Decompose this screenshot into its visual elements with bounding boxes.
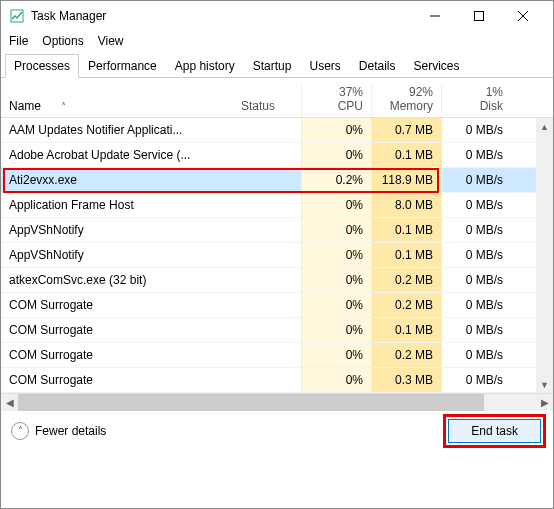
process-memory: 0.3 MB <box>371 368 441 392</box>
end-task-button[interactable]: End task <box>448 419 541 443</box>
col-name[interactable]: ˄ Name <box>1 99 241 117</box>
process-memory: 0.2 MB <box>371 268 441 292</box>
process-disk: 0 MB/s <box>441 368 511 392</box>
process-cpu: 0% <box>301 243 371 267</box>
process-table: AAM Updates Notifier Applicati...0%0.7 M… <box>1 118 553 393</box>
process-row[interactable]: AppVShNotify0%0.1 MB0 MB/s <box>1 243 553 268</box>
process-cpu: 0% <box>301 368 371 392</box>
horizontal-scrollbar[interactable]: ◀ ▶ <box>1 393 553 410</box>
process-name: AAM Updates Notifier Applicati... <box>1 123 301 137</box>
window-title: Task Manager <box>31 9 106 23</box>
process-disk: 0 MB/s <box>441 143 511 167</box>
process-memory: 0.1 MB <box>371 243 441 267</box>
tab-startup[interactable]: Startup <box>244 54 301 78</box>
col-memory[interactable]: 92% Memory <box>371 85 441 117</box>
process-name: Ati2evxx.exe <box>1 173 301 187</box>
tabbar: ProcessesPerformanceApp historyStartupUs… <box>1 53 553 78</box>
titlebar: Task Manager <box>1 1 553 31</box>
process-name: COM Surrogate <box>1 348 301 362</box>
process-cpu: 0% <box>301 268 371 292</box>
process-disk: 0 MB/s <box>441 118 511 142</box>
vertical-scrollbar[interactable]: ▲ ▼ <box>536 118 553 393</box>
process-name: AppVShNotify <box>1 223 301 237</box>
maximize-button[interactable] <box>457 1 501 31</box>
process-name: Adobe Acrobat Update Service (... <box>1 148 301 162</box>
process-cpu: 0% <box>301 218 371 242</box>
scroll-down-icon[interactable]: ▼ <box>536 376 553 393</box>
process-memory: 0.2 MB <box>371 343 441 367</box>
process-disk: 0 MB/s <box>441 168 511 192</box>
col-cpu[interactable]: 37% CPU <box>301 85 371 117</box>
chevron-up-icon: ˄ <box>11 422 29 440</box>
process-disk: 0 MB/s <box>441 343 511 367</box>
fewer-details-toggle[interactable]: ˄ Fewer details <box>11 422 106 440</box>
minimize-button[interactable] <box>413 1 457 31</box>
col-name-label: Name <box>9 99 41 113</box>
process-name: atkexComSvc.exe (32 bit) <box>1 273 301 287</box>
process-cpu: 0% <box>301 293 371 317</box>
menu-options[interactable]: Options <box>42 34 83 48</box>
menubar: File Options View <box>1 31 553 51</box>
process-row[interactable]: AppVShNotify0%0.1 MB0 MB/s <box>1 218 553 243</box>
process-row[interactable]: COM Surrogate0%0.2 MB0 MB/s <box>1 293 553 318</box>
tab-performance[interactable]: Performance <box>79 54 166 78</box>
scroll-right-icon[interactable]: ▶ <box>536 394 553 411</box>
process-memory: 0.1 MB <box>371 143 441 167</box>
process-disk: 0 MB/s <box>441 318 511 342</box>
scroll-left-icon[interactable]: ◀ <box>1 394 18 411</box>
process-cpu: 0% <box>301 118 371 142</box>
process-cpu: 0% <box>301 343 371 367</box>
svg-rect-2 <box>475 12 484 21</box>
tab-services[interactable]: Services <box>405 54 469 78</box>
process-cpu: 0.2% <box>301 168 371 192</box>
process-disk: 0 MB/s <box>441 243 511 267</box>
process-row[interactable]: COM Surrogate0%0.2 MB0 MB/s <box>1 343 553 368</box>
process-row[interactable]: Application Frame Host0%8.0 MB0 MB/s <box>1 193 553 218</box>
process-memory: 118.9 MB <box>371 168 441 192</box>
app-icon <box>9 8 25 24</box>
process-name: AppVShNotify <box>1 248 301 262</box>
process-name: COM Surrogate <box>1 373 301 387</box>
process-name: COM Surrogate <box>1 323 301 337</box>
process-disk: 0 MB/s <box>441 293 511 317</box>
process-row[interactable]: atkexComSvc.exe (32 bit)0%0.2 MB0 MB/s <box>1 268 553 293</box>
sort-ascending-icon: ˄ <box>61 101 66 112</box>
tab-processes[interactable]: Processes <box>5 54 79 78</box>
footer: ˄ Fewer details End task <box>1 410 553 450</box>
process-memory: 8.0 MB <box>371 193 441 217</box>
close-button[interactable] <box>501 1 545 31</box>
process-disk: 0 MB/s <box>441 193 511 217</box>
tab-app-history[interactable]: App history <box>166 54 244 78</box>
process-cpu: 0% <box>301 318 371 342</box>
process-cpu: 0% <box>301 193 371 217</box>
process-name: COM Surrogate <box>1 298 301 312</box>
process-row[interactable]: COM Surrogate0%0.3 MB0 MB/s <box>1 368 553 393</box>
process-row[interactable]: Ati2evxx.exe0.2%118.9 MB0 MB/s <box>1 168 553 193</box>
scroll-track[interactable] <box>18 394 536 411</box>
process-row[interactable]: COM Surrogate0%0.1 MB0 MB/s <box>1 318 553 343</box>
col-disk[interactable]: 1% Disk <box>441 85 511 117</box>
process-memory: 0.1 MB <box>371 218 441 242</box>
scroll-up-icon[interactable]: ▲ <box>536 118 553 135</box>
tab-users[interactable]: Users <box>300 54 349 78</box>
menu-view[interactable]: View <box>98 34 124 48</box>
process-name: Application Frame Host <box>1 198 301 212</box>
process-memory: 0.7 MB <box>371 118 441 142</box>
process-row[interactable]: AAM Updates Notifier Applicati...0%0.7 M… <box>1 118 553 143</box>
process-cpu: 0% <box>301 143 371 167</box>
scroll-thumb[interactable] <box>18 394 484 411</box>
process-disk: 0 MB/s <box>441 268 511 292</box>
column-headers: ˄ Name Status 37% CPU 92% Memory 1% Disk <box>1 78 553 118</box>
end-task-highlight: End task <box>446 417 543 445</box>
process-memory: 0.2 MB <box>371 293 441 317</box>
process-disk: 0 MB/s <box>441 218 511 242</box>
process-row[interactable]: Adobe Acrobat Update Service (...0%0.1 M… <box>1 143 553 168</box>
col-status[interactable]: Status <box>241 99 301 117</box>
tab-details[interactable]: Details <box>350 54 405 78</box>
process-memory: 0.1 MB <box>371 318 441 342</box>
menu-file[interactable]: File <box>9 34 28 48</box>
